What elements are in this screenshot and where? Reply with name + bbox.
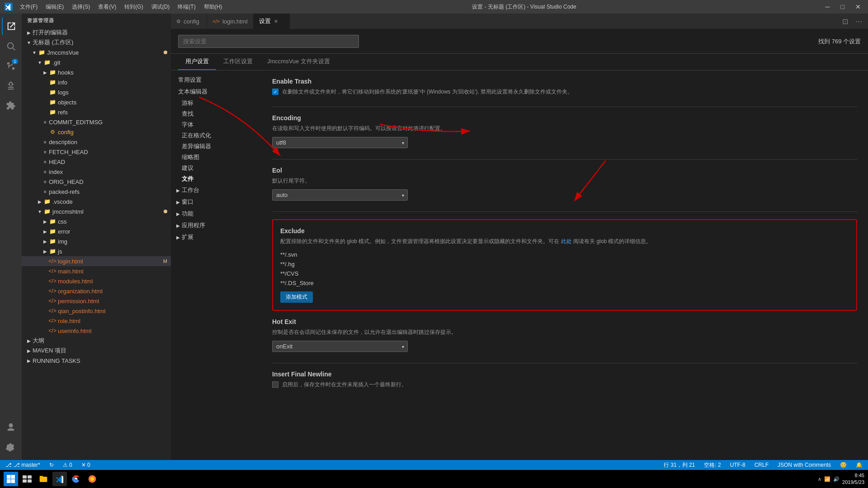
sidebar-item-commit[interactable]: ≡ COMMIT_EDITMSG bbox=[22, 117, 171, 127]
minimize-button[interactable]: ─ bbox=[823, 2, 833, 11]
tab-config[interactable]: ⚙ config bbox=[171, 14, 207, 29]
sidebar-item-js[interactable]: ▶ 📁 js bbox=[22, 246, 171, 256]
errors-status[interactable]: ✕ 0 bbox=[80, 462, 92, 468]
nav-features[interactable]: ▶ 功能 bbox=[171, 208, 261, 220]
settings-search-input[interactable] bbox=[178, 35, 359, 48]
nav-extensions[interactable]: ▶ 扩展 bbox=[171, 231, 261, 243]
split-editor-btn[interactable]: ⊡ bbox=[840, 15, 850, 28]
sidebar-item-vscode[interactable]: ▶ 📁 .vscode bbox=[22, 197, 171, 206]
menu-edit[interactable]: 编辑(E) bbox=[42, 2, 67, 12]
eol-select[interactable]: auto bbox=[272, 189, 408, 201]
sidebar-item-loginhtml[interactable]: </> login.html M bbox=[22, 256, 171, 266]
line-ending-status[interactable]: CRLF bbox=[753, 462, 770, 468]
explorer-taskbar-icon[interactable] bbox=[36, 472, 51, 486]
nav-files[interactable]: 文件 bbox=[171, 174, 261, 184]
sidebar-item-error[interactable]: ▶ 📁 error bbox=[22, 226, 171, 236]
menu-debug[interactable]: 调试(D) bbox=[148, 2, 174, 12]
sidebar-item-maven[interactable]: ▶ MAVEN 项目 bbox=[22, 346, 171, 356]
volume-icon[interactable]: 🔊 bbox=[833, 476, 840, 482]
sidebar-item-description[interactable]: ≡ description bbox=[22, 137, 171, 147]
exclude-link[interactable]: 此处 bbox=[561, 238, 572, 244]
sidebar-item-userinfohtml[interactable]: </> userinfo.html bbox=[22, 326, 171, 336]
sidebar-item-qianhtml[interactable]: </> qian_postinfo.html bbox=[22, 306, 171, 316]
nav-format[interactable]: 正在格式化 bbox=[171, 130, 261, 141]
nav-workbench[interactable]: ▶ 工作台 bbox=[171, 184, 261, 196]
close-button[interactable]: ✕ bbox=[853, 2, 863, 11]
nav-common[interactable]: 常用设置 bbox=[171, 74, 261, 86]
sidebar-item-head[interactable]: ≡ HEAD bbox=[22, 157, 171, 167]
sidebar-item-outline[interactable]: ▶ 大纲 bbox=[22, 336, 171, 346]
activity-account[interactable] bbox=[2, 418, 20, 436]
sidebar-item-packedrefs[interactable]: ≡ packed-refs bbox=[22, 187, 171, 197]
menu-help[interactable]: 帮助(H) bbox=[200, 2, 226, 12]
language-mode-status[interactable]: JSON with Comments bbox=[776, 462, 833, 468]
wifi-icon[interactable]: 📶 bbox=[824, 476, 830, 482]
sidebar-item-css[interactable]: ▶ 📁 css bbox=[22, 216, 171, 226]
nav-minimap[interactable]: 缩略图 bbox=[171, 152, 261, 163]
git-branch-status[interactable]: ⎇ ⎇ master* bbox=[4, 462, 42, 468]
sidebar-item-jmccmsvue[interactable]: ▼ 📁 JmccmsVue bbox=[22, 47, 171, 57]
nav-find[interactable]: 查找 bbox=[171, 108, 261, 119]
menu-view[interactable]: 查看(V) bbox=[94, 2, 120, 12]
activity-gear[interactable] bbox=[2, 438, 20, 456]
cursor-position-status[interactable]: 行 31，列 21 bbox=[662, 461, 697, 469]
activity-search[interactable] bbox=[2, 37, 20, 55]
sidebar-item-logs[interactable]: 📁 logs bbox=[22, 87, 171, 97]
activity-source-control[interactable]: 1 bbox=[2, 57, 20, 75]
sidebar-item-moduleshtml[interactable]: </> modules.html bbox=[22, 276, 171, 286]
sidebar-item-refs[interactable]: 📁 refs bbox=[22, 107, 171, 117]
tab-settings-close[interactable]: × bbox=[274, 17, 279, 25]
nav-text-editor[interactable]: 文本编辑器 bbox=[171, 86, 261, 98]
settings-tab-workspace[interactable]: 工作区设置 bbox=[216, 54, 260, 70]
encoding-status[interactable]: UTF-8 bbox=[728, 462, 747, 468]
menu-goto[interactable]: 转到(G) bbox=[121, 2, 146, 12]
nav-application[interactable]: ▶ 应用程序 bbox=[171, 220, 261, 231]
menu-select[interactable]: 选择(S) bbox=[68, 2, 94, 12]
settings-tab-folder[interactable]: JmccmsVue 文件夹设置 bbox=[260, 54, 337, 70]
menu-terminal[interactable]: 终端(T) bbox=[174, 2, 199, 12]
sidebar-item-img[interactable]: ▶ 📁 img bbox=[22, 236, 171, 246]
hotexit-select[interactable]: onExit bbox=[272, 341, 408, 352]
taskbar-clock[interactable]: 8:45 2019/5/23 bbox=[842, 472, 864, 486]
chrome-taskbar-icon[interactable] bbox=[69, 472, 83, 486]
activity-debug[interactable] bbox=[2, 77, 20, 95]
sidebar-item-mainhtml[interactable]: </> main.html bbox=[22, 266, 171, 276]
sidebar-item-workspace[interactable]: ▼ 无标题 (工作区) bbox=[22, 38, 171, 47]
task-view-btn[interactable] bbox=[20, 472, 34, 486]
vscode-taskbar-icon[interactable] bbox=[52, 472, 67, 486]
maximize-button[interactable]: □ bbox=[838, 2, 847, 11]
tab-settings[interactable]: 设置 × bbox=[254, 14, 290, 29]
encoding-select[interactable]: utf8 bbox=[272, 137, 408, 148]
sidebar-item-orighead[interactable]: ≡ ORIG_HEAD bbox=[22, 177, 171, 187]
notifications-status[interactable]: 🔔 bbox=[854, 462, 864, 468]
activity-extensions[interactable] bbox=[2, 97, 20, 115]
start-button[interactable] bbox=[4, 472, 18, 486]
more-actions-btn[interactable]: ⋯ bbox=[854, 15, 864, 28]
feedback-status[interactable]: 😊 bbox=[838, 462, 849, 468]
tab-login[interactable]: </> login.html bbox=[207, 14, 254, 29]
sidebar-item-tasks[interactable]: ▶ RUNNING TASKS bbox=[22, 356, 171, 366]
nav-window[interactable]: ▶ 窗口 bbox=[171, 196, 261, 208]
add-pattern-button[interactable]: 添加模式 bbox=[280, 291, 313, 303]
settings-tab-user[interactable]: 用户设置 bbox=[178, 54, 216, 70]
warnings-status[interactable]: ⚠ 0 bbox=[61, 462, 74, 468]
enable-trash-checkbox[interactable]: ✓ bbox=[272, 89, 278, 95]
sidebar-item-orghtml[interactable]: </> organization.html bbox=[22, 286, 171, 296]
final-newline-checkbox[interactable] bbox=[272, 381, 278, 388]
sidebar-item-rolehtml[interactable]: </> role.html bbox=[22, 316, 171, 326]
sidebar-item-fetchhead[interactable]: ≡ FETCH_HEAD bbox=[22, 147, 171, 157]
sidebar-item-index[interactable]: ≡ index bbox=[22, 167, 171, 177]
sidebar-item-permhtml[interactable]: </> permission.html bbox=[22, 296, 171, 306]
firefox-taskbar-icon[interactable] bbox=[85, 472, 99, 486]
activity-explorer[interactable] bbox=[2, 17, 20, 35]
indent-status[interactable]: 空格: 2 bbox=[702, 461, 722, 469]
sidebar-item-hooks[interactable]: ▶ 📁 hooks bbox=[22, 67, 171, 77]
sidebar-item-git[interactable]: ▼ 📁 .git bbox=[22, 57, 171, 67]
nav-suggest[interactable]: 建议 bbox=[171, 163, 261, 174]
sidebar-item-info[interactable]: 📁 info bbox=[22, 77, 171, 87]
nav-cursor[interactable]: 游标 bbox=[171, 98, 261, 108]
sidebar-item-config[interactable]: ⚙ config bbox=[22, 127, 171, 137]
sidebar-item-open-editors[interactable]: ▶ 打开的编辑器 bbox=[22, 28, 171, 38]
menu-file[interactable]: 文件(F) bbox=[16, 2, 41, 12]
sync-status[interactable]: ↻ bbox=[47, 462, 56, 468]
